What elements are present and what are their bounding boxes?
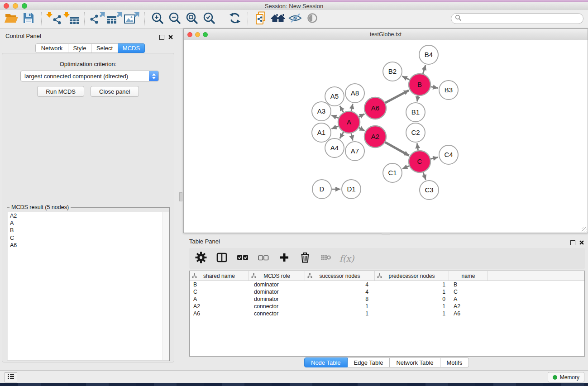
edge-A-A4[interactable] <box>340 132 344 138</box>
table-cell[interactable]: A2 <box>449 303 488 310</box>
zoom-fit-button[interactable] <box>183 11 201 27</box>
node-B3[interactable]: B3 <box>439 81 458 100</box>
float-panel-icon[interactable] <box>159 35 164 40</box>
import-table-button[interactable] <box>63 11 80 27</box>
node-C1[interactable]: C1 <box>383 163 402 182</box>
edge-A2-C[interactable] <box>385 142 409 156</box>
node-B1[interactable]: B1 <box>406 103 425 122</box>
column-header-successor-nodes[interactable]: successor nodes <box>305 271 375 281</box>
table-tab-node-table[interactable]: Node Table <box>304 357 348 367</box>
node-A6[interactable]: A6 <box>364 97 386 119</box>
node-D[interactable]: D <box>312 180 331 199</box>
edge-C-C2[interactable] <box>417 143 418 150</box>
close-panel-icon[interactable] <box>168 33 173 41</box>
table-row[interactable]: A6connector11A6 <box>190 310 584 317</box>
table-tab-edge-table[interactable]: Edge Table <box>348 357 390 367</box>
duplicate-network-button[interactable] <box>252 11 269 27</box>
mcds-result-item[interactable]: A2 <box>8 212 169 219</box>
table-cell[interactable]: B <box>190 281 249 288</box>
birdseye-view-button[interactable] <box>304 11 321 27</box>
table-settings-button[interactable] <box>194 251 208 266</box>
node-A4[interactable]: A4 <box>325 138 344 157</box>
table-cell[interactable]: A6 <box>449 310 488 317</box>
select-all-button[interactable] <box>235 251 250 266</box>
node-A5[interactable]: A5 <box>325 87 344 106</box>
criterion-dropdown[interactable]: largest connected component (directed) <box>20 71 159 81</box>
table-row[interactable]: Bdominator41B <box>190 281 584 288</box>
edge-A-A7[interactable] <box>351 133 353 140</box>
export-image-button[interactable] <box>123 11 140 27</box>
mcds-result-item[interactable]: A6 <box>8 242 169 249</box>
table-cell[interactable]: 1 <box>305 303 375 310</box>
mcds-result-item[interactable]: B <box>8 227 169 234</box>
node-A7[interactable]: A7 <box>345 142 364 161</box>
table-row[interactable]: A2connector11A2 <box>190 303 584 310</box>
control-tab-network[interactable]: Network <box>35 43 68 53</box>
result-list-scrollbar[interactable] <box>163 212 169 360</box>
save-session-button[interactable] <box>20 11 37 27</box>
node-A8[interactable]: A8 <box>345 84 364 103</box>
column-header-shared-name[interactable]: shared name <box>190 271 249 281</box>
column-layout-button[interactable] <box>215 251 229 266</box>
table-cell[interactable]: 1 <box>375 281 449 288</box>
home-button[interactable] <box>269 11 287 27</box>
node-C4[interactable]: C4 <box>439 145 458 164</box>
node-C3[interactable]: C3 <box>420 181 439 200</box>
add-row-button[interactable] <box>277 251 292 266</box>
close-panel-button[interactable]: Close panel <box>91 86 139 97</box>
edge-C-C3[interactable] <box>423 172 426 180</box>
export-table-button[interactable] <box>106 11 123 27</box>
table-row[interactable]: Adominator80A <box>190 295 584 303</box>
control-tab-mcds[interactable]: MCDS <box>118 43 145 53</box>
edge-A-A1[interactable] <box>331 126 338 129</box>
node-A2[interactable]: A2 <box>364 126 386 148</box>
panel-splitter-handle[interactable] <box>382 233 390 235</box>
panel-splitter-handle[interactable] <box>179 192 182 201</box>
table-cell[interactable]: connector <box>249 310 305 317</box>
zoom-selected-button[interactable] <box>201 11 218 27</box>
column-header-predecessor-nodes[interactable]: predecessor nodes <box>375 271 449 281</box>
table-cell[interactable]: A2 <box>190 303 249 310</box>
node-C[interactable]: C <box>409 151 430 172</box>
run-mcds-button[interactable]: Run MCDS <box>37 86 84 97</box>
edge-B-B1[interactable] <box>417 96 418 102</box>
table-cell[interactable]: 1 <box>305 310 375 317</box>
table-cell[interactable]: 8 <box>305 296 375 302</box>
edge-A-A2[interactable] <box>359 128 364 131</box>
table-cell[interactable]: dominator <box>249 289 305 295</box>
function-builder-button[interactable]: f(x) <box>339 251 354 266</box>
table-cell[interactable]: A6 <box>190 310 249 317</box>
edge-A-A5[interactable] <box>340 106 344 112</box>
deselect-all-button[interactable] <box>256 251 271 266</box>
table-cell[interactable]: 1 <box>375 310 449 317</box>
node-B[interactable]: B <box>409 74 430 95</box>
mcds-result-item[interactable]: A <box>8 219 169 227</box>
edge-B-B2[interactable] <box>402 76 410 80</box>
open-file-button[interactable] <box>3 11 20 27</box>
control-tab-style[interactable]: Style <box>68 43 91 53</box>
edge-B-B4[interactable] <box>423 65 425 74</box>
edge-C-C1[interactable] <box>402 166 409 169</box>
toggle-panel-visibility-button[interactable] <box>287 11 304 27</box>
edge-A-A6[interactable] <box>359 114 364 117</box>
float-panel-icon[interactable] <box>570 240 575 245</box>
table-cell[interactable]: A <box>190 296 249 302</box>
close-panel-icon[interactable] <box>579 238 584 247</box>
table-cell[interactable]: 1 <box>375 303 449 310</box>
export-network-button[interactable] <box>89 11 106 27</box>
edge-A6-B[interactable] <box>385 91 409 103</box>
memory-button[interactable]: Memory <box>548 372 584 382</box>
table-cell[interactable]: connector <box>249 303 305 310</box>
control-tab-select[interactable]: Select <box>91 43 118 53</box>
node-B2[interactable]: B2 <box>383 62 402 81</box>
delete-row-button[interactable] <box>298 251 312 266</box>
network-canvas[interactable]: AA1A2A3A4A5A6A7A8BB1B2B3B4CC1C2C3C4DD1 <box>184 40 588 233</box>
node-A1[interactable]: A1 <box>312 123 331 142</box>
table-cell[interactable]: 1 <box>375 289 449 295</box>
edge-B-B3[interactable] <box>431 87 438 88</box>
import-network-button[interactable] <box>46 11 63 27</box>
table-cell[interactable]: B <box>449 281 488 288</box>
table-cell[interactable]: 4 <box>305 289 375 295</box>
refresh-button[interactable] <box>226 11 244 27</box>
table-cell[interactable]: dominator <box>249 281 305 288</box>
